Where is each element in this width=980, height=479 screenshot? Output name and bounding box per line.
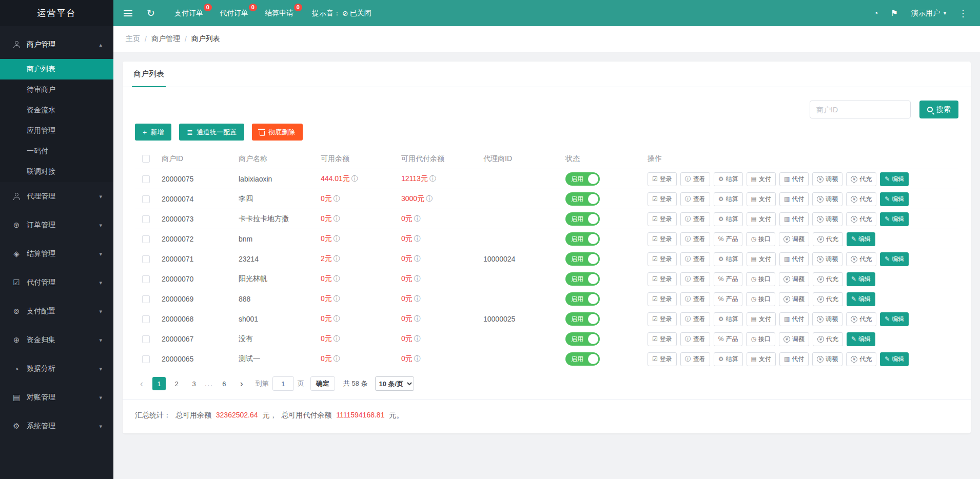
- product-button[interactable]: %产品: [714, 292, 743, 306]
- pay-button[interactable]: ▤支付: [747, 252, 776, 266]
- row-checkbox[interactable]: [142, 275, 150, 283]
- gauge-button[interactable]: ◔: [867, 0, 885, 26]
- status-toggle[interactable]: 启用: [565, 312, 600, 326]
- info-icon[interactable]: ⓘ: [414, 355, 421, 363]
- prev-page-button[interactable]: ‹: [135, 376, 148, 391]
- login-button[interactable]: ☑登录: [648, 292, 677, 306]
- login-button[interactable]: ☑登录: [648, 272, 677, 286]
- sidebar-item-pending-merchants[interactable]: 待审商户: [0, 79, 113, 100]
- row-checkbox[interactable]: [142, 175, 150, 183]
- channel-config-button[interactable]: ≣ 通道统一配置: [179, 124, 244, 141]
- view-button[interactable]: ⓘ查看: [680, 172, 710, 186]
- page-button-3[interactable]: 3: [187, 377, 201, 390]
- topbar-item-settlement-requests[interactable]: 结算申请0: [257, 0, 302, 26]
- view-button[interactable]: ⓘ查看: [680, 192, 710, 206]
- payout-button[interactable]: ▥代付: [779, 312, 809, 326]
- select-all-checkbox[interactable]: [142, 155, 150, 163]
- pay-button[interactable]: ▤支付: [747, 212, 776, 226]
- payout-button[interactable]: ▥代付: [779, 192, 809, 206]
- sidebar-item-settlement-management[interactable]: ◈结算管理▾: [0, 240, 113, 268]
- recharge-button[interactable]: ¥代充: [846, 252, 876, 266]
- info-icon[interactable]: ⓘ: [334, 195, 340, 203]
- edit-button[interactable]: ✎编辑: [847, 292, 875, 306]
- info-icon[interactable]: ⓘ: [351, 175, 358, 183]
- view-button[interactable]: ⓘ查看: [680, 332, 710, 346]
- info-icon[interactable]: ⓘ: [414, 215, 421, 223]
- sidebar-item-payment-config[interactable]: ⊚支付配置▾: [0, 297, 113, 326]
- edit-button[interactable]: ✎编辑: [847, 332, 875, 346]
- next-page-button[interactable]: ›: [235, 376, 248, 391]
- breadcrumb-item[interactable]: 商户管理: [151, 34, 180, 44]
- api-button[interactable]: ◷接口: [746, 232, 775, 246]
- adjust-quota-button[interactable]: ¥调额: [812, 252, 842, 266]
- product-button[interactable]: %产品: [714, 232, 743, 246]
- status-toggle[interactable]: 启用: [565, 232, 600, 246]
- sidebar-item-fund-flow[interactable]: 资金流水: [0, 100, 113, 121]
- add-button[interactable]: + 新增: [135, 124, 171, 141]
- merchant-id-input[interactable]: [810, 101, 911, 118]
- info-icon[interactable]: ⓘ: [334, 295, 340, 303]
- info-icon[interactable]: ⓘ: [414, 275, 421, 283]
- adjust-quota-button[interactable]: ¥调额: [812, 352, 842, 366]
- sidebar-item-app-management[interactable]: 应用管理: [0, 121, 113, 141]
- login-button[interactable]: ☑登录: [648, 172, 677, 186]
- info-icon[interactable]: ⓘ: [414, 255, 421, 263]
- sidebar-item-merchant-management[interactable]: 商户管理▴: [0, 30, 113, 59]
- edit-button[interactable]: ✎编辑: [880, 172, 909, 186]
- view-button[interactable]: ⓘ查看: [680, 232, 710, 246]
- user-dropdown[interactable]: 演示用户 ▾: [904, 0, 953, 26]
- page-button-2[interactable]: 2: [170, 377, 183, 390]
- status-toggle[interactable]: 启用: [565, 292, 600, 306]
- adjust-quota-button[interactable]: ¥调额: [779, 232, 809, 246]
- recharge-button[interactable]: ¥代充: [846, 212, 876, 226]
- status-toggle[interactable]: 启用: [565, 172, 600, 186]
- recharge-button[interactable]: ¥代充: [846, 192, 876, 206]
- login-button[interactable]: ☑登录: [648, 192, 677, 206]
- delete-button[interactable]: 彻底删除: [252, 124, 303, 141]
- login-button[interactable]: ☑登录: [648, 312, 677, 326]
- row-checkbox[interactable]: [142, 355, 150, 363]
- status-toggle[interactable]: 启用: [565, 192, 600, 206]
- status-toggle[interactable]: 启用: [565, 272, 600, 286]
- product-button[interactable]: %产品: [714, 272, 743, 286]
- edit-button[interactable]: ✎编辑: [880, 252, 909, 266]
- settle-button[interactable]: ⚙结算: [714, 212, 743, 226]
- pay-button[interactable]: ▤支付: [747, 352, 776, 366]
- page-size-select[interactable]: 10 条/页: [375, 376, 414, 391]
- status-toggle[interactable]: 启用: [565, 332, 600, 346]
- status-toggle[interactable]: 启用: [565, 252, 600, 266]
- tab-merchant-list[interactable]: 商户列表: [132, 62, 166, 87]
- row-checkbox[interactable]: [142, 215, 150, 223]
- recharge-button[interactable]: ¥代充: [846, 352, 876, 366]
- adjust-quota-button[interactable]: ¥调额: [779, 292, 809, 306]
- info-icon[interactable]: ⓘ: [334, 255, 340, 263]
- settle-button[interactable]: ⚙结算: [714, 172, 743, 186]
- login-button[interactable]: ☑登录: [648, 212, 677, 226]
- topbar-item-pay-orders[interactable]: 支付订单0: [166, 0, 211, 26]
- sidebar-item-system-management[interactable]: ⚙系统管理▾: [0, 412, 113, 441]
- adjust-quota-button[interactable]: ¥调额: [812, 312, 842, 326]
- status-toggle[interactable]: 启用: [565, 212, 600, 226]
- info-icon[interactable]: ⓘ: [414, 315, 421, 323]
- sidebar-item-order-management[interactable]: ⊛订单管理▾: [0, 211, 113, 240]
- adjust-quota-button[interactable]: ¥调额: [812, 172, 842, 186]
- sidebar-item-payout-management[interactable]: ☑代付管理▾: [0, 268, 113, 297]
- sidebar-collapse-button[interactable]: [116, 0, 140, 26]
- edit-button[interactable]: ✎编辑: [847, 232, 875, 246]
- payout-button[interactable]: ▥代付: [779, 352, 809, 366]
- edit-button[interactable]: ✎编辑: [880, 212, 909, 226]
- row-checkbox[interactable]: [142, 315, 150, 323]
- pay-button[interactable]: ▤支付: [747, 172, 776, 186]
- info-icon[interactable]: ⓘ: [334, 275, 340, 283]
- info-icon[interactable]: ⓘ: [334, 235, 340, 243]
- tag-button[interactable]: ⚑: [885, 0, 904, 26]
- info-icon[interactable]: ⓘ: [334, 315, 340, 323]
- info-icon[interactable]: ⓘ: [426, 195, 433, 203]
- info-icon[interactable]: ⓘ: [414, 335, 421, 343]
- pay-button[interactable]: ▤支付: [747, 312, 776, 326]
- pay-button[interactable]: ▤支付: [747, 192, 776, 206]
- page-jump-input[interactable]: [272, 376, 294, 391]
- recharge-button[interactable]: ¥代充: [846, 172, 876, 186]
- login-button[interactable]: ☑登录: [648, 352, 677, 366]
- edit-button[interactable]: ✎编辑: [880, 192, 909, 206]
